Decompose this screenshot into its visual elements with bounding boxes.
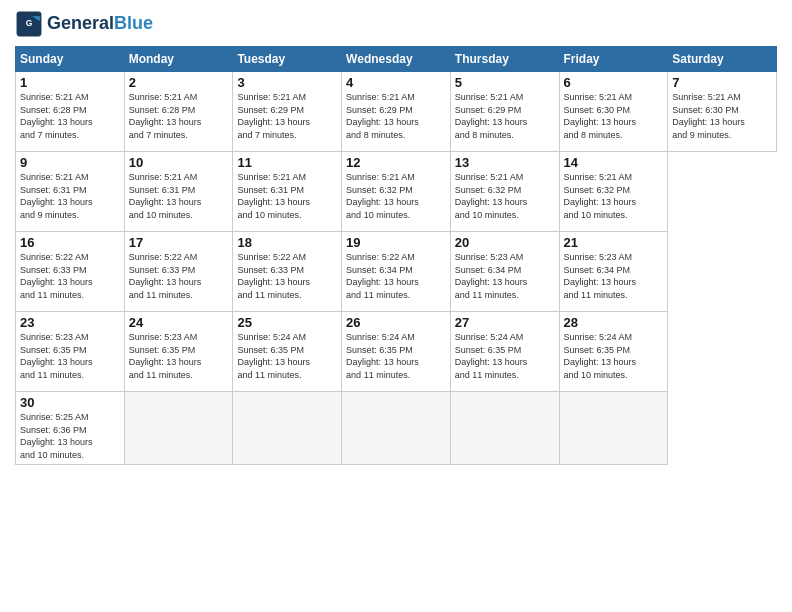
day-number: 28 bbox=[564, 315, 664, 330]
calendar-cell: 23Sunrise: 5:23 AMSunset: 6:35 PMDayligh… bbox=[16, 312, 125, 392]
day-info: Sunrise: 5:22 AMSunset: 6:33 PMDaylight:… bbox=[237, 251, 337, 301]
calendar-week-3: 16Sunrise: 5:22 AMSunset: 6:33 PMDayligh… bbox=[16, 232, 777, 312]
day-info: Sunrise: 5:23 AMSunset: 6:35 PMDaylight:… bbox=[20, 331, 120, 381]
weekday-header-wednesday: Wednesday bbox=[342, 47, 451, 72]
calendar-header: SundayMondayTuesdayWednesdayThursdayFrid… bbox=[16, 47, 777, 72]
calendar-cell: 20Sunrise: 5:23 AMSunset: 6:34 PMDayligh… bbox=[450, 232, 559, 312]
day-number: 30 bbox=[20, 395, 120, 410]
day-number: 7 bbox=[672, 75, 772, 90]
logo-icon: G bbox=[15, 10, 43, 38]
day-info: Sunrise: 5:21 AMSunset: 6:31 PMDaylight:… bbox=[237, 171, 337, 221]
calendar-week-4: 23Sunrise: 5:23 AMSunset: 6:35 PMDayligh… bbox=[16, 312, 777, 392]
day-info: Sunrise: 5:23 AMSunset: 6:34 PMDaylight:… bbox=[564, 251, 664, 301]
day-info: Sunrise: 5:21 AMSunset: 6:32 PMDaylight:… bbox=[564, 171, 664, 221]
weekday-header-sunday: Sunday bbox=[16, 47, 125, 72]
calendar-cell: 25Sunrise: 5:24 AMSunset: 6:35 PMDayligh… bbox=[233, 312, 342, 392]
day-info: Sunrise: 5:21 AMSunset: 6:28 PMDaylight:… bbox=[129, 91, 229, 141]
day-number: 12 bbox=[346, 155, 446, 170]
svg-text:G: G bbox=[26, 18, 33, 28]
calendar-cell: 13Sunrise: 5:21 AMSunset: 6:32 PMDayligh… bbox=[450, 152, 559, 232]
day-info: Sunrise: 5:22 AMSunset: 6:33 PMDaylight:… bbox=[20, 251, 120, 301]
day-info: Sunrise: 5:21 AMSunset: 6:30 PMDaylight:… bbox=[672, 91, 772, 141]
day-number: 24 bbox=[129, 315, 229, 330]
day-number: 19 bbox=[346, 235, 446, 250]
day-info: Sunrise: 5:24 AMSunset: 6:35 PMDaylight:… bbox=[455, 331, 555, 381]
day-info: Sunrise: 5:23 AMSunset: 6:34 PMDaylight:… bbox=[455, 251, 555, 301]
day-number: 4 bbox=[346, 75, 446, 90]
calendar-cell: 27Sunrise: 5:24 AMSunset: 6:35 PMDayligh… bbox=[450, 312, 559, 392]
calendar-cell: 5Sunrise: 5:21 AMSunset: 6:29 PMDaylight… bbox=[450, 72, 559, 152]
day-info: Sunrise: 5:21 AMSunset: 6:30 PMDaylight:… bbox=[564, 91, 664, 141]
day-info: Sunrise: 5:24 AMSunset: 6:35 PMDaylight:… bbox=[346, 331, 446, 381]
day-info: Sunrise: 5:22 AMSunset: 6:34 PMDaylight:… bbox=[346, 251, 446, 301]
day-info: Sunrise: 5:24 AMSunset: 6:35 PMDaylight:… bbox=[564, 331, 664, 381]
weekday-header-thursday: Thursday bbox=[450, 47, 559, 72]
day-number: 16 bbox=[20, 235, 120, 250]
day-number: 14 bbox=[564, 155, 664, 170]
weekday-header-monday: Monday bbox=[124, 47, 233, 72]
calendar-cell: 11Sunrise: 5:21 AMSunset: 6:31 PMDayligh… bbox=[233, 152, 342, 232]
day-number: 10 bbox=[129, 155, 229, 170]
day-info: Sunrise: 5:21 AMSunset: 6:32 PMDaylight:… bbox=[346, 171, 446, 221]
day-info: Sunrise: 5:21 AMSunset: 6:29 PMDaylight:… bbox=[237, 91, 337, 141]
day-number: 25 bbox=[237, 315, 337, 330]
logo: G GeneralBlue bbox=[15, 10, 153, 38]
day-info: Sunrise: 5:21 AMSunset: 6:31 PMDaylight:… bbox=[20, 171, 120, 221]
calendar-cell bbox=[559, 392, 668, 465]
day-info: Sunrise: 5:21 AMSunset: 6:28 PMDaylight:… bbox=[20, 91, 120, 141]
day-number: 27 bbox=[455, 315, 555, 330]
day-number: 13 bbox=[455, 155, 555, 170]
day-info: Sunrise: 5:22 AMSunset: 6:33 PMDaylight:… bbox=[129, 251, 229, 301]
calendar-page: G GeneralBlue SundayMondayTuesdayWednesd… bbox=[0, 0, 792, 612]
calendar-cell: 14Sunrise: 5:21 AMSunset: 6:32 PMDayligh… bbox=[559, 152, 668, 232]
calendar-cell bbox=[124, 392, 233, 465]
day-number: 5 bbox=[455, 75, 555, 90]
calendar-cell bbox=[342, 392, 451, 465]
day-number: 6 bbox=[564, 75, 664, 90]
calendar-cell: 2Sunrise: 5:21 AMSunset: 6:28 PMDaylight… bbox=[124, 72, 233, 152]
weekday-header-row: SundayMondayTuesdayWednesdayThursdayFrid… bbox=[16, 47, 777, 72]
calendar-cell: 21Sunrise: 5:23 AMSunset: 6:34 PMDayligh… bbox=[559, 232, 668, 312]
day-info: Sunrise: 5:24 AMSunset: 6:35 PMDaylight:… bbox=[237, 331, 337, 381]
calendar-cell: 30Sunrise: 5:25 AMSunset: 6:36 PMDayligh… bbox=[16, 392, 125, 465]
calendar-cell: 19Sunrise: 5:22 AMSunset: 6:34 PMDayligh… bbox=[342, 232, 451, 312]
weekday-header-friday: Friday bbox=[559, 47, 668, 72]
day-number: 1 bbox=[20, 75, 120, 90]
calendar-body: 1Sunrise: 5:21 AMSunset: 6:28 PMDaylight… bbox=[16, 72, 777, 465]
calendar-cell: 6Sunrise: 5:21 AMSunset: 6:30 PMDaylight… bbox=[559, 72, 668, 152]
calendar-cell: 28Sunrise: 5:24 AMSunset: 6:35 PMDayligh… bbox=[559, 312, 668, 392]
day-number: 26 bbox=[346, 315, 446, 330]
day-number: 23 bbox=[20, 315, 120, 330]
calendar-cell: 1Sunrise: 5:21 AMSunset: 6:28 PMDaylight… bbox=[16, 72, 125, 152]
calendar-week-5: 30Sunrise: 5:25 AMSunset: 6:36 PMDayligh… bbox=[16, 392, 777, 465]
day-number: 3 bbox=[237, 75, 337, 90]
calendar-cell: 3Sunrise: 5:21 AMSunset: 6:29 PMDaylight… bbox=[233, 72, 342, 152]
calendar-cell: 17Sunrise: 5:22 AMSunset: 6:33 PMDayligh… bbox=[124, 232, 233, 312]
logo-text: GeneralBlue bbox=[47, 14, 153, 34]
calendar-cell: 26Sunrise: 5:24 AMSunset: 6:35 PMDayligh… bbox=[342, 312, 451, 392]
day-number: 9 bbox=[20, 155, 120, 170]
calendar-cell bbox=[450, 392, 559, 465]
day-number: 18 bbox=[237, 235, 337, 250]
calendar-cell: 12Sunrise: 5:21 AMSunset: 6:32 PMDayligh… bbox=[342, 152, 451, 232]
calendar-cell: 16Sunrise: 5:22 AMSunset: 6:33 PMDayligh… bbox=[16, 232, 125, 312]
calendar-cell: 10Sunrise: 5:21 AMSunset: 6:31 PMDayligh… bbox=[124, 152, 233, 232]
calendar-cell: 4Sunrise: 5:21 AMSunset: 6:29 PMDaylight… bbox=[342, 72, 451, 152]
day-number: 11 bbox=[237, 155, 337, 170]
day-number: 2 bbox=[129, 75, 229, 90]
day-number: 21 bbox=[564, 235, 664, 250]
weekday-header-saturday: Saturday bbox=[668, 47, 777, 72]
day-info: Sunrise: 5:23 AMSunset: 6:35 PMDaylight:… bbox=[129, 331, 229, 381]
calendar-cell bbox=[233, 392, 342, 465]
calendar-cell: 9Sunrise: 5:21 AMSunset: 6:31 PMDaylight… bbox=[16, 152, 125, 232]
calendar-cell: 7Sunrise: 5:21 AMSunset: 6:30 PMDaylight… bbox=[668, 72, 777, 152]
day-info: Sunrise: 5:21 AMSunset: 6:32 PMDaylight:… bbox=[455, 171, 555, 221]
day-info: Sunrise: 5:21 AMSunset: 6:31 PMDaylight:… bbox=[129, 171, 229, 221]
calendar-week-1: 1Sunrise: 5:21 AMSunset: 6:28 PMDaylight… bbox=[16, 72, 777, 152]
day-info: Sunrise: 5:21 AMSunset: 6:29 PMDaylight:… bbox=[455, 91, 555, 141]
header: G GeneralBlue bbox=[15, 10, 777, 38]
calendar-cell: 24Sunrise: 5:23 AMSunset: 6:35 PMDayligh… bbox=[124, 312, 233, 392]
day-info: Sunrise: 5:21 AMSunset: 6:29 PMDaylight:… bbox=[346, 91, 446, 141]
day-number: 20 bbox=[455, 235, 555, 250]
calendar-table: SundayMondayTuesdayWednesdayThursdayFrid… bbox=[15, 46, 777, 465]
